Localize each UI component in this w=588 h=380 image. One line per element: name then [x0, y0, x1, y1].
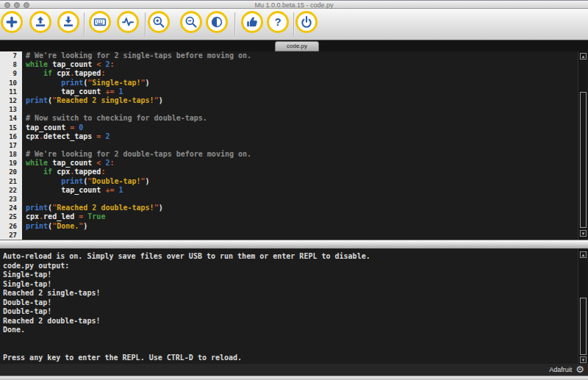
- code-line: print("Double-tap!"): [22, 177, 578, 186]
- tab-bar: code.py: [0, 40, 588, 51]
- code-line: print("Done."): [22, 222, 578, 231]
- device-mode-label: Adafruit: [549, 366, 572, 373]
- toolbar-separator: [84, 12, 85, 36]
- code-line: if cpx.tapped:: [22, 168, 578, 176]
- editor-scrollbar[interactable]: ▲ ▼: [578, 51, 587, 240]
- line-number: 20: [0, 168, 22, 176]
- line-number: 8: [0, 60, 22, 69]
- serial-line: [0, 344, 588, 354]
- serial-line: Press any key to enter the REPL. Use CTR…: [0, 354, 588, 363]
- serial-line: Single-tap!: [0, 280, 588, 290]
- code-editor[interactable]: 789101112131415161718192021222324252627 …: [0, 51, 588, 240]
- code-line: while tap_count < 2:: [22, 159, 578, 168]
- code-line: cpx.red_led = True: [22, 212, 578, 221]
- serial-pane[interactable]: Auto-reload is on. Simply save files ove…: [0, 248, 588, 364]
- code-line: if cpx.tapped:: [22, 69, 578, 78]
- code-line: # We're looking for 2 double-taps before…: [22, 150, 578, 159]
- gear-icon[interactable]: ⚙: [576, 365, 584, 375]
- line-number: 16: [0, 132, 22, 141]
- zoom-out-button[interactable]: [180, 11, 202, 33]
- scroll-down-icon[interactable]: ▼: [580, 356, 587, 363]
- line-number: 12: [0, 96, 22, 105]
- line-number-gutter: 789101112131415161718192021222324252627: [0, 51, 22, 240]
- scroll-down-icon[interactable]: ▼: [580, 230, 587, 237]
- line-number: 10: [0, 79, 22, 87]
- plus-icon: [5, 15, 18, 29]
- toolbar: ?: [0, 9, 588, 40]
- pulse-icon: [121, 15, 135, 29]
- code-line: tap_count = 0: [22, 123, 578, 132]
- serial-line: Auto-reload is on. Simply save files ove…: [0, 252, 588, 262]
- code-line: print("Reached 2 double-taps!"): [22, 204, 578, 212]
- serial-button[interactable]: [89, 11, 111, 33]
- tab-code-py[interactable]: code.py: [275, 41, 319, 51]
- scroll-up-icon[interactable]: ▲: [580, 53, 587, 60]
- keyboard-icon: [93, 15, 107, 29]
- code-line: tap_count += 1: [22, 186, 578, 195]
- window-bottom-edge: [0, 376, 588, 380]
- serial-line: Double-tap!: [0, 307, 588, 317]
- status-bar: Adafruit ⚙: [0, 364, 588, 376]
- serial-scrollbar-thumb[interactable]: [580, 298, 587, 355]
- line-number: 23: [0, 195, 22, 204]
- line-number: 7: [0, 51, 22, 60]
- check-button[interactable]: [241, 11, 263, 33]
- serial-line: Reached 2 double-taps!: [0, 317, 588, 326]
- code-line: # Now switch to checking for double-taps…: [22, 114, 578, 123]
- titlebar: Mu 1.0.0.beta.15 - code.py: [0, 0, 588, 9]
- mu-window: Mu 1.0.0.beta.15 - code.py ? code.py 789…: [0, 0, 588, 380]
- serial-line: Done.: [0, 326, 588, 335]
- pane-splitter[interactable]: [0, 240, 588, 248]
- power-icon: [300, 15, 313, 29]
- line-number: 26: [0, 222, 22, 231]
- help-button[interactable]: ?: [267, 11, 289, 33]
- line-number: 17: [0, 141, 22, 150]
- code-line: print("Single-tap!"): [22, 79, 578, 87]
- code-line: [22, 195, 578, 204]
- code-line: [22, 231, 578, 240]
- zoom-out-icon: [184, 15, 198, 29]
- scroll-up-icon[interactable]: ▲: [580, 251, 587, 258]
- theme-button[interactable]: [206, 11, 228, 33]
- code-line: print("Reached 2 single-taps!"): [22, 96, 578, 105]
- plotter-button[interactable]: [117, 11, 139, 33]
- line-number: 13: [0, 105, 22, 114]
- editor-scrollbar-thumb[interactable]: [580, 92, 587, 228]
- upload-icon: [34, 15, 47, 29]
- question-icon: ?: [274, 15, 281, 29]
- code-line: while tap_count < 2:: [22, 60, 578, 69]
- serial-line: code.py output:: [0, 262, 588, 271]
- serial-scrollbar[interactable]: ▲ ▼: [578, 248, 587, 364]
- toolbar-separator: [145, 12, 146, 36]
- code-line: [22, 105, 578, 114]
- line-number: 15: [0, 123, 22, 132]
- line-number: 24: [0, 204, 22, 212]
- zoom-in-icon: [152, 15, 165, 29]
- line-number: 22: [0, 186, 22, 195]
- zoom-in-button[interactable]: [148, 11, 170, 33]
- line-number: 25: [0, 212, 22, 221]
- quit-button[interactable]: [295, 11, 318, 33]
- line-number: 9: [0, 69, 22, 78]
- code-line: [22, 141, 578, 150]
- serial-line: Double-tap!: [0, 298, 588, 308]
- toolbar-separator: [234, 12, 235, 36]
- save-button[interactable]: [57, 11, 79, 33]
- line-number: 18: [0, 150, 22, 159]
- line-number: 27: [0, 231, 22, 240]
- window-title: Mu 1.0.0.beta.15 - code.py: [0, 1, 588, 9]
- code-line: tap_count += 1: [22, 87, 578, 96]
- thumbs-up-icon: [245, 15, 259, 29]
- code-area[interactable]: # We're looking for 2 single-taps before…: [22, 51, 578, 240]
- download-icon: [62, 15, 75, 29]
- code-line: # We're looking for 2 single-taps before…: [22, 51, 578, 60]
- toolbar-separator: [293, 12, 294, 36]
- serial-line: [0, 335, 588, 345]
- serial-line: Reached 2 single-taps!: [0, 289, 588, 298]
- new-button[interactable]: [1, 11, 23, 33]
- line-number: 11: [0, 87, 22, 96]
- contrast-icon: [210, 15, 223, 29]
- line-number: 14: [0, 114, 22, 123]
- serial-line: Single-tap!: [0, 270, 588, 280]
- load-button[interactable]: [29, 11, 51, 33]
